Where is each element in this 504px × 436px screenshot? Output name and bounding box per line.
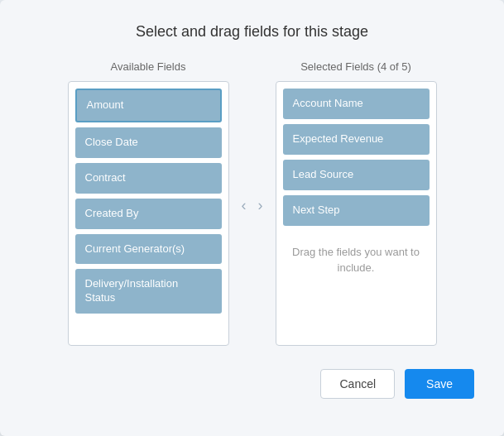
- available-field-item[interactable]: Delivery/Installation Status: [75, 269, 222, 314]
- available-field-item[interactable]: Contract: [75, 163, 222, 194]
- available-column-header: Available Fields: [68, 60, 229, 73]
- selected-fields-box: Account NameExpected RevenueLead SourceN…: [276, 81, 437, 346]
- available-field-item[interactable]: Created By: [75, 199, 222, 229]
- drop-hint: Drag the fields you want to include.: [283, 231, 430, 290]
- available-fields-box: AmountClose DateContractCreated ByCurren…: [68, 81, 229, 346]
- selected-field-item[interactable]: Expected Revenue: [283, 124, 430, 155]
- selected-fields-column: Selected Fields (4 of 5) Account NameExp…: [276, 60, 437, 346]
- available-fields-column: Available Fields AmountClose DateContrac…: [68, 60, 229, 346]
- columns-wrapper: Available Fields AmountClose DateContrac…: [26, 60, 478, 346]
- available-field-item[interactable]: Amount: [75, 89, 222, 122]
- dialog-title: Select and drag fields for this stage: [136, 23, 368, 41]
- selected-field-item[interactable]: Next Step: [283, 195, 430, 226]
- dialog-footer: Cancel Save: [26, 369, 478, 399]
- move-left-button[interactable]: ‹: [238, 196, 250, 214]
- save-button[interactable]: Save: [405, 369, 474, 399]
- main-dialog: Select and drag fields for this stage Av…: [0, 0, 504, 436]
- arrows-column: ‹ ›: [229, 60, 276, 214]
- selected-column-header: Selected Fields (4 of 5): [276, 60, 437, 73]
- move-right-button[interactable]: ›: [255, 196, 266, 214]
- selected-field-item[interactable]: Lead Source: [283, 160, 430, 190]
- arrows-row: ‹ ›: [238, 196, 266, 214]
- cancel-button[interactable]: Cancel: [320, 369, 395, 399]
- available-field-item[interactable]: Current Generator(s): [75, 234, 222, 265]
- available-field-item[interactable]: Close Date: [75, 127, 222, 158]
- selected-field-item[interactable]: Account Name: [283, 89, 430, 119]
